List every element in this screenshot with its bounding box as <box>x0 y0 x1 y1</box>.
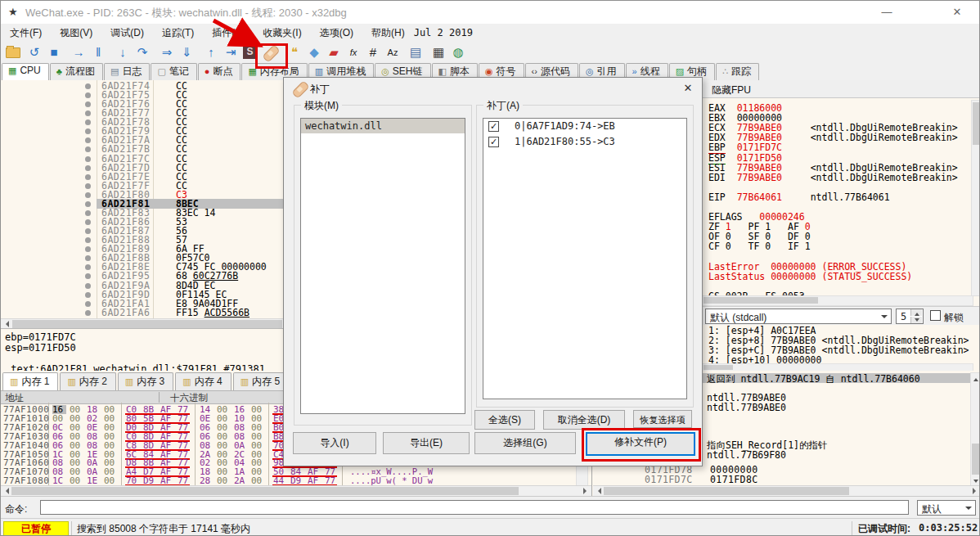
scroll-right-arrow-icon[interactable] <box>973 488 979 494</box>
breakpoint-dot-icon[interactable] <box>85 301 91 307</box>
dump-tab-memory-5[interactable]: ▥内存 5 <box>233 372 289 390</box>
open-file-icon[interactable] <box>6 47 20 58</box>
stack-comment[interactable]: ntdll.77B69F80 <box>707 450 786 460</box>
scroll-left-arrow-icon[interactable] <box>595 488 601 494</box>
scroll-right-arrow-icon[interactable] <box>583 488 590 494</box>
tab-notes[interactable]: ▢笔记 <box>151 63 196 80</box>
registers-horizontal-scrollbar[interactable] <box>702 295 973 306</box>
patch-checkbox[interactable]: ✓ <box>488 137 499 147</box>
step-over-icon[interactable]: ↷ <box>133 43 151 61</box>
dump-tab-memory-2[interactable]: ▥内存 2 <box>60 372 115 390</box>
arg-count-stepper[interactable]: 5 <box>896 309 924 324</box>
scrollbar-thumb[interactable] <box>704 297 818 304</box>
unlock-checkbox[interactable] <box>930 310 941 321</box>
restart-icon[interactable]: ↺ <box>25 43 43 61</box>
scrollbar-thumb[interactable] <box>12 320 282 328</box>
breakpoint-dot-icon[interactable] <box>85 128 91 134</box>
scroll-down-arrow-icon[interactable] <box>971 476 980 485</box>
dialog-close-button[interactable]: ✕ <box>679 80 697 97</box>
tab-breakpoints[interactable]: ●断点 <box>198 63 241 80</box>
command-input[interactable] <box>40 500 909 515</box>
breakpoint-dot-icon[interactable] <box>85 219 91 225</box>
scrollbar-thumb[interactable] <box>11 487 519 495</box>
address-column-header[interactable]: 地址 <box>5 392 24 404</box>
register-line[interactable]: CF 0 TF 0 IF 1 <box>708 241 811 251</box>
menu-options[interactable]: 选项(O) <box>311 24 362 42</box>
module-list-item[interactable]: wechatwin.dll <box>301 119 465 133</box>
scrollbar-thumb[interactable] <box>973 102 980 145</box>
step-down-icon[interactable]: ⇓ <box>178 43 196 61</box>
label-icon[interactable]: ◆ <box>305 43 323 61</box>
breakpoint-dot-icon[interactable] <box>85 210 91 216</box>
register-line[interactable]: EDI 77B9ABE0 <ntdll.DbgUiRemoteBreakin> <box>708 173 958 182</box>
hash-icon[interactable]: # <box>364 43 382 61</box>
dump-row[interactable]: 77AF10801C001E0070D9AF7728002A0044D9AF77… <box>1 476 591 485</box>
breakpoint-dot-icon[interactable] <box>85 237 91 243</box>
stack-comment[interactable]: ntdll.77B9ABE0 <box>707 403 786 412</box>
close-button[interactable]: ✕ <box>945 2 969 22</box>
patch-dialog-title-bar[interactable]: 补丁 ✕ <box>284 78 702 99</box>
dump-tab-memory-4[interactable]: ▥内存 4 <box>175 372 231 390</box>
hex-column-header[interactable]: 十六进制 <box>170 392 208 404</box>
command-profile-select[interactable]: 默认 <box>917 500 976 516</box>
scroll-left-arrow-icon[interactable] <box>2 321 9 327</box>
hide-fpu-button[interactable]: 隐藏FPU <box>712 83 751 97</box>
module-list[interactable]: wechatwin.dll <box>300 118 465 414</box>
world-icon[interactable]: ◍ <box>449 43 467 61</box>
comment-icon[interactable]: ❝ <box>285 43 303 61</box>
ascii-table-icon[interactable]: Az <box>384 43 402 61</box>
breakpoint-dot-icon[interactable] <box>85 92 91 98</box>
registers-vertical-scrollbar[interactable] <box>971 100 980 296</box>
patch-list-item[interactable]: ✓1|6AD21F80:55->C3 <box>483 134 686 150</box>
breakpoint-dot-icon[interactable] <box>85 192 91 198</box>
patch-list[interactable]: ✓0|6A7F1AD9:74->EB✓1|6AD21F80:55->C3 <box>483 118 687 399</box>
breakpoint-dot-icon[interactable] <box>85 165 91 171</box>
close-process-icon[interactable]: ■ <box>45 43 63 61</box>
scroll-left-arrow-icon[interactable] <box>2 488 9 494</box>
deselect-all-button[interactable]: 取消全选(D) <box>543 410 625 430</box>
run-icon[interactable]: → <box>70 43 88 61</box>
tab-graph[interactable]: ♣流程图 <box>50 63 103 80</box>
menu-view[interactable]: 视图(V) <box>51 24 101 42</box>
title-bar[interactable]: ★ WeChat.exe - PID: 263C - 模块: wechatwin… <box>1 1 980 25</box>
stack-horizontal-scrollbar[interactable] <box>593 485 980 497</box>
breakpoint-dot-icon[interactable] <box>85 310 91 316</box>
function-icon[interactable]: fx <box>344 43 362 61</box>
menu-file[interactable]: 文件(F) <box>1 24 51 42</box>
select-group-button[interactable]: 选择组(G) <box>474 432 576 454</box>
dump-horizontal-scrollbar[interactable] <box>1 485 591 497</box>
breakpoint-dot-icon[interactable] <box>85 228 91 234</box>
restore-selection-button[interactable]: 恢复选择项(R) <box>633 410 692 428</box>
minimize-button[interactable]: — <box>874 2 899 22</box>
breakpoint-dot-icon[interactable] <box>85 119 91 125</box>
scrollbar-thumb[interactable] <box>972 444 979 475</box>
breakpoint-dot-icon[interactable] <box>85 201 91 207</box>
breakpoint-dot-icon[interactable] <box>85 283 91 289</box>
tab-trace[interactable]: ∴跟踪 <box>716 63 759 80</box>
stack-comment[interactable]: 返回到 ntdll.77B9AC19 自 ntdll.77B64060 <box>707 374 920 384</box>
breakpoint-dot-icon[interactable] <box>85 292 91 298</box>
breakpoint-dot-icon[interactable] <box>85 101 91 107</box>
select-all-button[interactable]: 全选(S) <box>474 410 535 430</box>
scroll-up-arrow-icon[interactable] <box>971 373 980 382</box>
modules-icon[interactable]: ▤ <box>407 43 425 61</box>
breakpoint-dot-icon[interactable] <box>85 137 91 143</box>
breakpoint-dot-icon[interactable] <box>85 264 91 270</box>
breakpoint-dot-icon[interactable] <box>85 246 91 252</box>
menu-trace[interactable]: 追踪(T) <box>153 24 203 42</box>
stepper-up-icon[interactable] <box>910 309 922 316</box>
scrollbar-thumb[interactable] <box>604 487 849 495</box>
breakpoint-dot-icon[interactable] <box>85 146 91 152</box>
run-to-cursor-icon[interactable]: ⇒ <box>158 43 176 61</box>
breakpoint-dot-icon[interactable] <box>85 273 91 279</box>
stepper-down-icon[interactable] <box>910 317 922 323</box>
export-button[interactable]: 导出(E) <box>383 432 470 454</box>
dump-tab-memory-1[interactable]: ▥内存 1 <box>2 372 58 391</box>
import-button[interactable]: 导入(I) <box>293 432 376 454</box>
register-line[interactable]: LastStatus 00000000 (STATUS_SUCCESS) <box>708 272 912 282</box>
register-line[interactable]: EIP 77B64061 ntdll.77B64061 <box>708 192 890 202</box>
patch-checkbox[interactable]: ✓ <box>488 121 499 132</box>
breakpoint-dot-icon[interactable] <box>85 183 91 189</box>
menu-help[interactable]: 帮助(H) <box>362 24 414 42</box>
menu-debug[interactable]: 调试(D) <box>101 24 153 42</box>
